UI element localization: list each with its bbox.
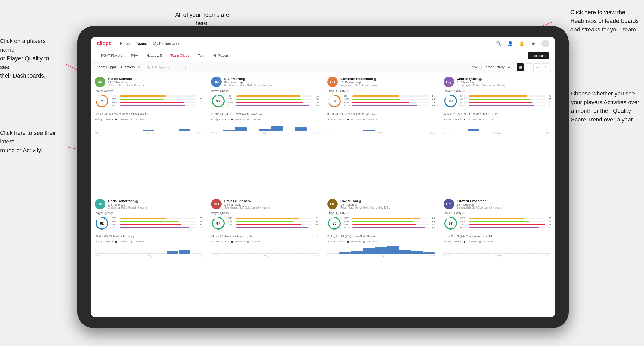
on-course-label: On course xyxy=(468,118,477,121)
player-card[interactable]: DF David Ford✓ 1-5 Handicap Royal North … xyxy=(323,195,439,317)
stat-bar xyxy=(469,102,532,103)
quality-circle[interactable]: 87 xyxy=(211,216,225,230)
sub-nav: PGAT Players PGA Hcaps 1-5 Team Clippd T… xyxy=(91,50,555,61)
player-name[interactable]: Edward Crossman xyxy=(457,199,552,203)
player-card[interactable]: DB Dave Billingham 1-5 Handicap Sog Magi… xyxy=(207,195,323,317)
stat-value: 91 xyxy=(197,226,202,229)
off-course-label: Off course xyxy=(251,118,261,121)
tab-all-players[interactable]: All Players xyxy=(209,50,233,61)
stat-bar-bg xyxy=(120,105,196,106)
stat-row: APP 58 xyxy=(112,98,202,100)
player-name[interactable]: Chris Robertson✓ xyxy=(108,199,202,203)
quality-circle[interactable]: 85 xyxy=(327,216,341,230)
player-club: Drift Golf Club, United Kingdom xyxy=(108,84,202,87)
tab-team-clippd[interactable]: Team Clippd xyxy=(166,50,194,61)
quality-circle[interactable]: 83 xyxy=(444,94,458,108)
tab-pga[interactable]: PGA xyxy=(127,50,142,61)
stat-row: OTT 89 xyxy=(344,217,435,220)
stat-value: 85 xyxy=(197,104,202,107)
svg-text:93: 93 xyxy=(216,99,220,103)
stat-value: 103 xyxy=(546,223,551,226)
chart-label: 31 Jul xyxy=(211,254,217,257)
show-select[interactable]: Player Activity xyxy=(481,64,511,70)
last-round-text: 26 Aug 23 | 84 (+12), Royal North Devon … xyxy=(327,235,432,238)
stat-label: ARG xyxy=(112,101,119,104)
person-icon[interactable]: 👤 xyxy=(507,40,514,47)
player-card[interactable]: CQ Charlie Quick✓ 6-10 Handicap St. Geor… xyxy=(439,73,556,195)
last-round[interactable]: 26 Aug 23 | 84 (+12), Royal North Devon … xyxy=(327,233,435,238)
stat-label: PUTT xyxy=(228,104,235,107)
off-course-legend xyxy=(479,119,481,120)
svg-text:68: 68 xyxy=(333,99,336,103)
stat-bar-bg xyxy=(352,221,429,222)
nav-home[interactable]: Home xyxy=(120,41,130,46)
edit-icon[interactable]: ✏ xyxy=(138,65,141,69)
stat-bar-bg xyxy=(352,224,429,225)
player-avatar: DF xyxy=(327,199,338,209)
chart-label: 21 Aug xyxy=(378,254,385,257)
quality-circle[interactable]: 87 xyxy=(444,216,458,230)
settings-icon[interactable]: ⚙ xyxy=(530,40,537,47)
player-name[interactable]: Cameron Robertson✓ xyxy=(340,77,435,81)
player-name[interactable]: Dave Billingham xyxy=(224,199,319,203)
player-card[interactable]: CR Cameron Robertson✓ 11-15 Handicap Roy… xyxy=(323,73,439,195)
activity-title: Activity · 1 Month xyxy=(327,118,345,121)
list-view-button[interactable]: ☰ xyxy=(525,63,532,71)
search-icon[interactable]: 🔍 xyxy=(495,40,502,47)
stat-row: OTT 60 xyxy=(112,95,202,97)
stat-value: 84 xyxy=(313,95,319,97)
nav-links: Home Teams My Performance xyxy=(120,41,180,46)
stat-row: ARG 88 xyxy=(228,101,319,104)
add-team-button[interactable]: Add Team xyxy=(528,52,549,59)
chart-labels: 31 Jul21 Aug4 Sep xyxy=(95,254,202,257)
quality-label: Player Quality ⓘ xyxy=(211,89,319,93)
last-round[interactable]: 02 Sep 23 | Sunrise round to get back in… xyxy=(95,111,202,116)
chart-label: 21 Aug xyxy=(378,132,385,134)
grid-view-button[interactable]: ▦ xyxy=(517,63,524,71)
stat-row: APP 63 xyxy=(344,98,435,100)
last-round[interactable]: 18 Jul 23 | 74 (+4), Sunningdale GC - Ol… xyxy=(444,233,552,238)
stat-bar xyxy=(120,102,184,103)
player-card[interactable]: EC Edward Crossman 1-5 Handicap Sunningd… xyxy=(439,195,556,317)
team-search[interactable]: 🔍 Filter by name xyxy=(144,64,186,70)
quality-circle[interactable]: 74 xyxy=(95,94,109,108)
quality-circle[interactable]: 68 xyxy=(327,94,341,108)
stat-bar-bg xyxy=(236,99,313,100)
off-course-label: Off course xyxy=(367,118,377,121)
stat-value: 77 xyxy=(546,95,551,97)
player-club: St. George's Hill GC - Weybridge - Surre… xyxy=(457,84,552,87)
svg-text:82: 82 xyxy=(100,221,104,225)
sort-button[interactable]: ↕ xyxy=(542,63,549,71)
filter-button[interactable]: ▽ xyxy=(533,63,541,71)
last-round[interactable]: 03 Mar 23 | 19, Must make putting → xyxy=(95,233,202,238)
nav-performance[interactable]: My Performance xyxy=(153,41,180,46)
bell-icon[interactable]: 🔔 xyxy=(518,40,526,47)
last-round[interactable]: 07 Aug 23 | 77 (+7), St George's Hill GC… xyxy=(444,111,552,116)
player-card[interactable]: AN Aaron Nicholls 11-15 Handicap Drift G… xyxy=(91,73,207,195)
stats-grid: OTT 82 APP 74 xyxy=(228,217,319,230)
player-card[interactable]: BM Blair McHarg Plus Handicap Royal Nort… xyxy=(207,73,323,195)
last-round[interactable]: 26 Aug 23 | 73 (+1), Royal North Devon G… xyxy=(211,111,319,116)
svg-text:85: 85 xyxy=(333,221,336,225)
last-round-text: 04 Sep 23 | Mobility with coach, Gym xyxy=(211,235,316,238)
user-avatar[interactable] xyxy=(541,40,549,47)
last-round[interactable]: 04 Sep 23 | Mobility with coach, Gym → xyxy=(211,233,319,238)
quality-circle[interactable]: 82 xyxy=(95,216,109,230)
stat-value: 60 xyxy=(197,217,202,220)
activity-section: Activity · 1 Month On course Off course … xyxy=(211,240,319,257)
nav-teams[interactable]: Teams xyxy=(136,41,147,46)
stat-row: OTT 84 xyxy=(228,95,319,97)
chart-label: 4 Sep xyxy=(313,132,319,134)
player-card[interactable]: CR Chris Robertson✓ 1-5 Handicap Craigmi… xyxy=(91,195,207,317)
tab-hcaps[interactable]: Hcaps 1-5 xyxy=(142,50,166,61)
player-name[interactable]: Charlie Quick✓ xyxy=(457,77,552,81)
quality-circle[interactable]: 93 xyxy=(211,94,225,108)
last-round-text: 02 Sep 23 | Sunrise round to get back in… xyxy=(95,113,199,115)
player-name[interactable]: Aaron Nicholls xyxy=(108,77,202,81)
tab-pgat[interactable]: PGAT Players xyxy=(97,50,127,61)
tab-tour[interactable]: Tour xyxy=(194,50,209,61)
off-course-legend xyxy=(247,119,249,120)
player-name[interactable]: Blair McHarg xyxy=(224,77,319,81)
player-name[interactable]: David Ford✓ xyxy=(340,199,435,203)
last-round[interactable]: 02 Jul 23 | 59 (+17), Craigmillar Park G… xyxy=(327,111,435,116)
